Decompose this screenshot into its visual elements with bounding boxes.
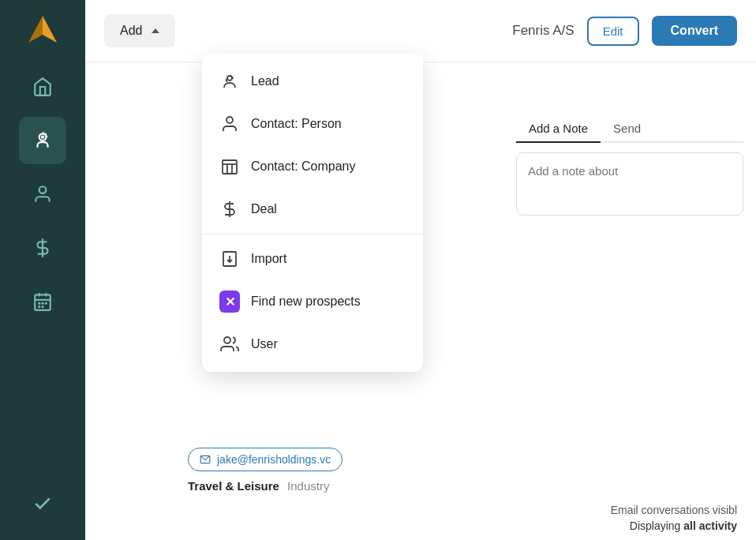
- tab-send-label: Send: [613, 122, 641, 135]
- svg-marker-1: [28, 16, 43, 43]
- sidebar-item-deals[interactable]: [19, 224, 66, 272]
- svg-point-3: [41, 136, 44, 139]
- sidebar-item-home[interactable]: [19, 63, 66, 111]
- company-name: Fenris A/S: [512, 23, 574, 39]
- sidebar-item-contacts[interactable]: [19, 171, 66, 218]
- svg-point-16: [226, 117, 233, 123]
- prospects-icon: ✕: [219, 291, 240, 312]
- dropdown-divider: [202, 234, 423, 234]
- dropdown-contact-company-label: Contact: Company: [251, 159, 356, 174]
- email-badge[interactable]: jake@fenrisholdings.vc: [188, 448, 342, 471]
- deal-icon: [219, 199, 240, 219]
- convert-button[interactable]: Convert: [652, 16, 737, 46]
- email-icon: [200, 454, 211, 465]
- dropdown-contact-person-label: Contact: Person: [251, 117, 342, 131]
- topbar: Add Lead: [85, 0, 756, 62]
- import-icon: [219, 249, 240, 269]
- dropdown-user-label: User: [251, 337, 278, 351]
- person-icon: [219, 114, 240, 134]
- industry-name: Travel & Leisure: [188, 479, 279, 493]
- displaying-activity: Displaying all activity: [630, 519, 737, 532]
- dropdown-prospects-label: Find new prospects: [251, 294, 361, 309]
- note-section: Add a Note Send: [503, 103, 756, 231]
- user-icon: [219, 334, 240, 354]
- note-textarea[interactable]: [516, 152, 743, 216]
- dropdown-menu: Lead Contact: Person: [202, 54, 423, 372]
- app-logo: [25, 13, 60, 47]
- tab-add-note[interactable]: Add a Note: [516, 115, 601, 143]
- email-address: jake@fenrisholdings.vc: [217, 453, 331, 466]
- tab-send[interactable]: Send: [601, 115, 653, 143]
- lead-icon: [219, 71, 240, 92]
- email-visible-text: Email conversations visibl: [611, 504, 737, 516]
- company-icon: [219, 156, 240, 177]
- convert-button-label: Convert: [671, 24, 718, 37]
- dropdown-item-contact-person[interactable]: Contact: Person: [202, 103, 423, 145]
- chevron-up-icon: [152, 28, 159, 33]
- svg-marker-0: [43, 16, 57, 43]
- dropdown-item-contact-company[interactable]: Contact: Company: [202, 145, 423, 188]
- note-tabs: Add a Note Send: [516, 115, 743, 143]
- dropdown-item-lead[interactable]: Lead: [202, 60, 423, 103]
- dropdown-import-label: Import: [251, 252, 286, 266]
- tab-add-note-label: Add a Note: [529, 122, 588, 135]
- dropdown-item-import[interactable]: Import: [202, 238, 423, 280]
- edit-button-label: Edit: [603, 24, 623, 38]
- sidebar: [0, 0, 85, 540]
- sidebar-item-calendar[interactable]: [19, 278, 66, 325]
- svg-point-23: [224, 337, 230, 343]
- svg-point-4: [39, 186, 47, 193]
- add-button[interactable]: Add: [104, 14, 175, 47]
- sidebar-item-leads[interactable]: [19, 117, 66, 164]
- industry-type: Industry: [287, 479, 329, 493]
- dropdown-item-deal[interactable]: Deal: [202, 188, 423, 231]
- add-button-label: Add: [120, 24, 142, 38]
- dropdown-lead-label: Lead: [251, 74, 279, 88]
- edit-button[interactable]: Edit: [587, 17, 639, 46]
- industry-label: Travel & Leisure Industry: [188, 479, 342, 493]
- dropdown-item-find-prospects[interactable]: ✕ Find new prospects: [202, 280, 423, 323]
- dropdown-deal-label: Deal: [251, 202, 277, 216]
- sidebar-item-tasks[interactable]: [19, 480, 66, 527]
- dropdown-item-user[interactable]: User: [202, 323, 423, 366]
- svg-rect-17: [223, 160, 237, 174]
- main-content: Add Lead: [85, 0, 756, 540]
- bottom-info: jake@fenrisholdings.vc Travel & Leisure …: [188, 448, 342, 493]
